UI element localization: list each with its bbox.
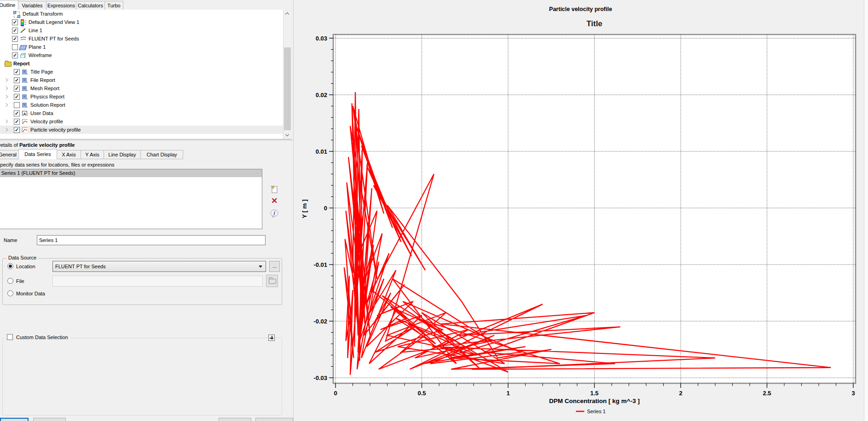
expand-chevron-icon[interactable] bbox=[4, 78, 8, 82]
visibility-checkbox[interactable] bbox=[12, 44, 18, 50]
tree-item-line-1[interactable]: ✓Line 1 bbox=[0, 26, 291, 35]
tab-calculators[interactable]: Calculators bbox=[76, 1, 105, 10]
reset-button[interactable] bbox=[33, 418, 66, 421]
visibility-checkbox[interactable]: ✓ bbox=[14, 94, 20, 100]
tree-item-mesh-report[interactable]: ✓Mesh Report bbox=[0, 84, 291, 92]
visibility-checkbox[interactable]: ✓ bbox=[14, 86, 20, 92]
scrollbar-thumb[interactable] bbox=[284, 47, 291, 130]
series-name-input[interactable] bbox=[37, 235, 266, 245]
custom-data-groupbox bbox=[2, 338, 282, 415]
chart-viewer: 0.030.020.010-0.01-0.02-0.0300.511.522.5… bbox=[293, 0, 868, 421]
custom-data-checkbox[interactable] bbox=[7, 334, 13, 340]
scroll-up-button[interactable] bbox=[284, 10, 291, 17]
apply-button[interactable] bbox=[0, 418, 29, 421]
outline-tree: Default Transform✓Default Legend View 1✓… bbox=[0, 10, 291, 139]
tree-item-label: Velocity profile bbox=[30, 117, 63, 126]
tree-item-plane-1[interactable]: Plane 1 bbox=[0, 43, 291, 51]
details-tab-chart-display[interactable]: Chart Display bbox=[140, 150, 183, 159]
tree-item-user-data[interactable]: ✓AUser Data bbox=[0, 109, 291, 117]
data-source-label: Data Source bbox=[6, 255, 38, 260]
tree-item-wireframe[interactable]: ✓Wireframe bbox=[0, 51, 291, 59]
tab-turbo[interactable]: Turbo bbox=[104, 1, 123, 10]
tree-item-default-transform[interactable]: Default Transform bbox=[0, 10, 291, 18]
y-tick-label: -0.03 bbox=[313, 375, 327, 381]
series-list-item[interactable]: Series 1 (FLUENT PT for Seeds) bbox=[0, 169, 262, 177]
details-tab-line-display[interactable]: Line Display bbox=[104, 150, 141, 159]
legend-icon bbox=[21, 19, 24, 26]
tree-item-label: Physics Report bbox=[30, 92, 64, 101]
tree-item-label: Default Transform bbox=[23, 10, 63, 18]
tree-item-fluent-pt-for-seeds[interactable]: ✓FLUENT PT for Seeds bbox=[0, 35, 291, 43]
line-icon bbox=[20, 28, 26, 33]
tree-item-report[interactable]: Report bbox=[0, 59, 291, 68]
y-tick-label: -0.02 bbox=[313, 318, 327, 325]
tab-expressions[interactable]: Expressions bbox=[46, 1, 76, 10]
expand-chevron-icon[interactable] bbox=[4, 87, 8, 90]
y-tick-label: 0.02 bbox=[316, 92, 327, 98]
report-page-icon bbox=[22, 86, 28, 91]
visibility-checkbox[interactable]: ✓ bbox=[14, 77, 20, 83]
wireframe-icon bbox=[20, 53, 26, 58]
details-tab-y-axis[interactable]: Y Axis bbox=[81, 150, 104, 159]
visibility-checkbox[interactable]: ✓ bbox=[12, 52, 18, 58]
expand-section-button[interactable] bbox=[268, 334, 275, 341]
combo-dropdown-arrow-icon[interactable] bbox=[259, 265, 262, 268]
y-tick-label: 0.01 bbox=[316, 148, 327, 155]
tree-item-default-legend-view-1[interactable]: ✓Default Legend View 1 bbox=[0, 18, 291, 26]
visibility-checkbox[interactable]: ✓ bbox=[14, 119, 20, 125]
expand-chevron-icon[interactable] bbox=[4, 120, 8, 123]
tree-item-file-report[interactable]: ✓File Report bbox=[0, 76, 291, 84]
visibility-checkbox[interactable]: ✓ bbox=[12, 28, 18, 34]
tree-item-label: Mesh Report bbox=[30, 84, 59, 92]
details-tab-x-axis[interactable]: X Axis bbox=[57, 150, 81, 159]
visibility-checkbox[interactable]: ✓ bbox=[14, 69, 20, 75]
file-radio-circle[interactable] bbox=[7, 278, 13, 284]
location-browse-button[interactable]: ... bbox=[269, 261, 280, 272]
tree-item-particle-velocity-profile[interactable]: ✓Particle velocity profile bbox=[0, 126, 291, 134]
defaults-button[interactable] bbox=[219, 418, 251, 421]
tree-scrollbar[interactable] bbox=[283, 10, 291, 139]
delete-series-button[interactable]: ✕ bbox=[270, 197, 279, 206]
location-radio[interactable]: Location bbox=[7, 263, 35, 269]
report-page-icon bbox=[22, 78, 28, 83]
new-series-button[interactable] bbox=[270, 185, 279, 194]
tree-item-velocity-profile[interactable]: ✓Velocity profile bbox=[0, 117, 291, 126]
details-tab-general[interactable]: General bbox=[0, 150, 19, 159]
visibility-checkbox[interactable]: ✓ bbox=[12, 36, 18, 42]
y-tick-label: 0.03 bbox=[316, 35, 327, 42]
custom-data-selection-row[interactable]: Custom Data Selection bbox=[5, 334, 70, 340]
visibility-checkbox[interactable]: ✓ bbox=[14, 127, 20, 133]
visibility-checkbox[interactable]: ✓ bbox=[12, 19, 18, 25]
visibility-checkbox[interactable]: ✓ bbox=[14, 110, 20, 116]
tree-item-physics-report[interactable]: ✓Physics Report bbox=[0, 92, 291, 101]
tree-item-title-page[interactable]: ✓Title Page bbox=[0, 68, 291, 76]
tree-item-solution-report[interactable]: Solution Report bbox=[0, 101, 291, 109]
close-button[interactable] bbox=[255, 418, 293, 421]
file-radio[interactable]: File bbox=[7, 278, 24, 284]
x-axis-title: DPM Concentration [ kg m^-3 ] bbox=[549, 398, 640, 404]
monitor-radio-circle[interactable] bbox=[7, 290, 13, 296]
expand-chevron-icon[interactable] bbox=[4, 128, 8, 132]
tab-variables[interactable]: Variables bbox=[18, 1, 46, 10]
expand-chevron-icon[interactable] bbox=[4, 95, 8, 98]
details-tab-data-series[interactable]: Data Series bbox=[18, 149, 57, 159]
tree-item-label: Solution Report bbox=[30, 101, 65, 109]
monitor-data-radio[interactable]: Monitor Data bbox=[7, 290, 45, 296]
delete-x-icon: ✕ bbox=[271, 196, 278, 205]
scroll-down-button[interactable] bbox=[284, 131, 291, 139]
file-browse-button bbox=[266, 275, 278, 287]
location-radio-circle[interactable] bbox=[7, 263, 13, 269]
series-info-button[interactable]: i bbox=[270, 209, 279, 218]
workspace-panel: OutlineVariablesExpressionsCalculatorsTu… bbox=[0, 0, 293, 421]
report-folder-icon bbox=[5, 62, 12, 67]
chart-line-icon bbox=[22, 119, 28, 124]
visibility-checkbox[interactable] bbox=[14, 102, 20, 108]
data-series-hint: Specify data series for locations, files… bbox=[0, 162, 115, 167]
tab-outline[interactable]: Outline bbox=[0, 0, 18, 10]
tree-item-label: Particle velocity profile bbox=[30, 126, 81, 134]
folder-icon bbox=[269, 279, 276, 284]
expand-chevron-icon[interactable] bbox=[4, 103, 8, 107]
location-combobox[interactable]: FLUENT PT for Seeds bbox=[52, 261, 266, 272]
series-listbox[interactable]: Series 1 (FLUENT PT for Seeds) bbox=[0, 169, 262, 229]
x-tick-label: 3 bbox=[851, 390, 855, 397]
